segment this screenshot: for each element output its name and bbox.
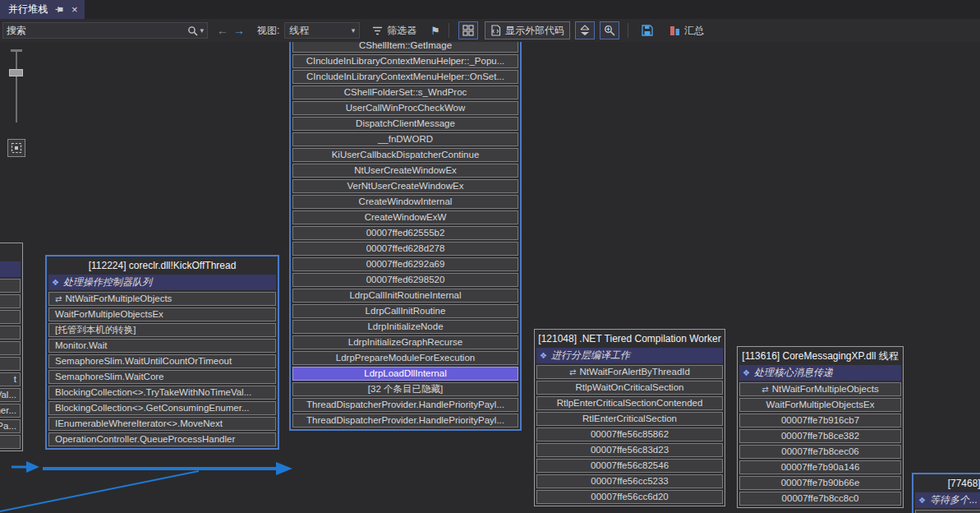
stack-frame[interactable]: ThreadDispatcherProvider.HandlePriorityP… — [292, 398, 518, 412]
stack-frame[interactable]: 00007ffed6292a69 — [292, 257, 518, 271]
stack-frame[interactable]: [托管到本机的转换] — [48, 323, 276, 337]
stack-frame[interactable]: LdrpCallInitRoutine — [292, 304, 518, 318]
stack-frame[interactable] — [0, 326, 21, 340]
stack-frame[interactable]: ThreadDispatcherProvider.HandlePriorityP… — [292, 414, 518, 428]
stack-frame[interactable] — [0, 310, 21, 324]
stack-frame[interactable] — [915, 510, 980, 513]
stack-frame[interactable]: ⇄ NtWaitForAlertByThreadId — [536, 365, 723, 379]
stack-frame[interactable]: CIncludeInLibraryContextMenuHelper::_Pop… — [292, 54, 518, 68]
stack-frame[interactable]: KiUserCallbackDispatcherContinue — [292, 148, 518, 162]
stack-frame[interactable]: ⇄ NtWaitForMultipleObjects — [48, 292, 276, 306]
flip-view-icon[interactable] — [575, 21, 595, 39]
stack-frame[interactable]: 00007ffe7b8ce382 — [739, 429, 901, 443]
stack-frame[interactable]: BlockingCollection<>.TryTakeWithNoTimeVa… — [48, 386, 276, 400]
stack-frame[interactable]: NtUserCreateWindowEx — [292, 164, 518, 178]
save-icon[interactable] — [637, 21, 657, 39]
stack-frame[interactable]: SemaphoreSlim.WaitUntilCountOrTimeout — [48, 354, 276, 368]
stack-frame[interactable]: LdrpInitializeNode — [292, 320, 518, 334]
pin-icon[interactable] — [55, 5, 64, 14]
zoom-selection-icon[interactable] — [600, 21, 619, 39]
stack-frame[interactable]: IEnumerableWhereIterator<>.MoveNext — [48, 417, 276, 431]
stack-frame[interactable]: VerNtUserCreateWindowEx — [292, 179, 518, 193]
stack-frame[interactable]: UserCallWinProcCheckWow — [292, 101, 518, 115]
stack-box-113616: [113616] CoreMessagingXP.dll 线程 ❖ 处理核心消息… — [737, 346, 904, 508]
stack-frame[interactable]: WaitForMultipleObjectsEx — [48, 307, 276, 321]
search-icon[interactable] — [187, 25, 198, 36]
stack-frame[interactable]: 00007ffe7b90a146 — [739, 460, 901, 474]
stack-frame[interactable]: 00007ffe7b8cc8c0 — [739, 492, 901, 506]
frame-list: ⇄ NtWaitForAlertByThreadId RtlpWaitOnCri… — [535, 365, 725, 504]
search-input[interactable] — [7, 25, 187, 36]
summary-button[interactable]: 汇总 — [664, 21, 710, 39]
search-dropdown-icon[interactable]: ▾ — [200, 26, 204, 35]
stack-frame[interactable]: -Val... — [0, 388, 21, 402]
stack-frame[interactable]: ⇄ NtWaitForMultipleObjects — [739, 382, 901, 396]
stack-frame[interactable]: 00007ffe7b90b66e — [739, 476, 901, 490]
frame-text: UserCallWinProcCheckWow — [346, 102, 466, 114]
stack-box-112224: [112224] coreclr.dll!KickOffThread ❖ 处理操… — [45, 255, 279, 450]
stack-frame[interactable]: LdrpPrepareModuleForExecution — [292, 351, 518, 365]
stack-frame[interactable]: 00007ffe7b8cec06 — [739, 445, 901, 459]
stack-frame[interactable]: 00007ffe56c83d23 — [536, 443, 723, 457]
stack-frame[interactable] — [0, 279, 21, 293]
stack-frame[interactable]: yPa... — [0, 419, 21, 433]
stack-frame[interactable]: 00007ffe7b916cb7 — [739, 414, 901, 428]
filter-label: 筛选器 — [387, 24, 416, 38]
stack-frame[interactable]: DispatchClientMessage — [292, 117, 518, 131]
tab-parallel-stacks[interactable]: 并行堆栈 × — [0, 0, 85, 19]
stack-frame[interactable]: OperationController.QueueProcessHandler — [48, 432, 276, 446]
stack-frame[interactable]: t — [0, 372, 21, 386]
back-button[interactable]: ← — [214, 24, 231, 37]
stacks-canvas[interactable]: t -Val... ner... yPa... — [0, 42, 980, 513]
method-view-icon[interactable] — [458, 21, 478, 39]
filter-button[interactable]: 筛选器 — [366, 21, 422, 39]
stack-frame[interactable]: CIncludeInLibraryContextMenuHelper::OnSe… — [292, 70, 518, 84]
thread-annotation-icon: ❖ — [540, 351, 547, 360]
stack-frame[interactable]: RtlpEnterCriticalSectionContended — [536, 396, 723, 410]
zoom-to-fit-button[interactable] — [7, 139, 25, 157]
frame-list: ⇄ NtWaitForMultipleObjects WaitForMultip… — [47, 292, 278, 446]
stack-frame[interactable] — [0, 357, 21, 371]
stack-frame[interactable]: Monitor.Wait — [48, 339, 276, 353]
frame-text: RtlpWaitOnCriticalSection — [576, 381, 684, 394]
close-icon[interactable]: × — [71, 4, 78, 15]
stack-frame[interactable]: 00007ffed6298520 — [292, 273, 518, 287]
show-external-code-button[interactable]: 显示外部代码 — [485, 21, 570, 39]
stack-frame[interactable]: RtlpWaitOnCriticalSection — [536, 381, 723, 395]
stack-frame[interactable]: 00007ffe56c85862 — [536, 428, 723, 441]
stack-frame[interactable]: 00007ffe56cc5233 — [536, 474, 723, 488]
stack-frame[interactable] — [0, 294, 21, 308]
view-dropdown[interactable]: 线程 ▾ — [284, 22, 360, 39]
search-box[interactable]: ▾ — [2, 22, 208, 39]
zoom-slider-thumb[interactable] — [9, 69, 23, 76]
stack-frame[interactable]: RtlEnterCriticalSection — [536, 412, 723, 426]
zoom-slider-track[interactable] — [16, 52, 17, 122]
thread-annotation: ❖ 处理操作控制器队列 — [48, 275, 276, 290]
frame-text: ner... — [0, 404, 16, 417]
stack-frame[interactable]: BlockingCollection<>.GetConsumingEnumer.… — [48, 401, 276, 415]
stack-frame[interactable]: SemaphoreSlim.WaitCore — [48, 370, 276, 384]
frame-text: CreateWindowExW — [365, 211, 447, 224]
stack-frame[interactable]: LdrpInitializeGraphRecurse — [292, 335, 518, 349]
stack-frame[interactable]: 00007ffed62555b2 — [292, 226, 518, 240]
stack-frame[interactable]: 00007ffe56cc6d20 — [536, 490, 723, 504]
stack-box-121048: [121048] .NET Tiered Compilation Worker … — [534, 329, 725, 506]
stack-frame[interactable] — [0, 435, 21, 449]
stack-frame[interactable]: LdrpCallInitRoutineInternal — [292, 289, 518, 303]
frame-text: SemaphoreSlim.WaitCore — [55, 371, 164, 383]
stack-frame[interactable]: CreateWindowExW — [292, 210, 518, 224]
stack-frame[interactable]: WaitForMultipleObjectsEx — [739, 398, 901, 412]
stack-frame[interactable]: CShellItem::GetImage — [292, 42, 518, 53]
flag-icon[interactable]: ⚑ — [430, 25, 440, 37]
stack-frame[interactable]: 00007ffe56c82546 — [536, 459, 723, 473]
stack-frame[interactable]: LdrpLoadDllInternal — [292, 367, 518, 381]
frame-list: CShellItem::GetImage CIncludeInLibraryCo… — [291, 42, 520, 428]
forward-button[interactable]: → — [231, 24, 247, 37]
stack-frame[interactable]: ner... — [0, 404, 21, 418]
stack-frame[interactable]: CreateWindowInternal — [292, 195, 518, 209]
stack-frame[interactable]: CShellFolderSet::s_WndProc — [292, 86, 518, 99]
stack-frame[interactable]: __fnDWORD — [292, 132, 518, 146]
stack-frame[interactable]: 00007ffed628d278 — [292, 242, 518, 256]
stack-frame[interactable] — [0, 341, 21, 355]
stack-frame[interactable]: [32 个条目已隐藏] — [292, 382, 518, 396]
